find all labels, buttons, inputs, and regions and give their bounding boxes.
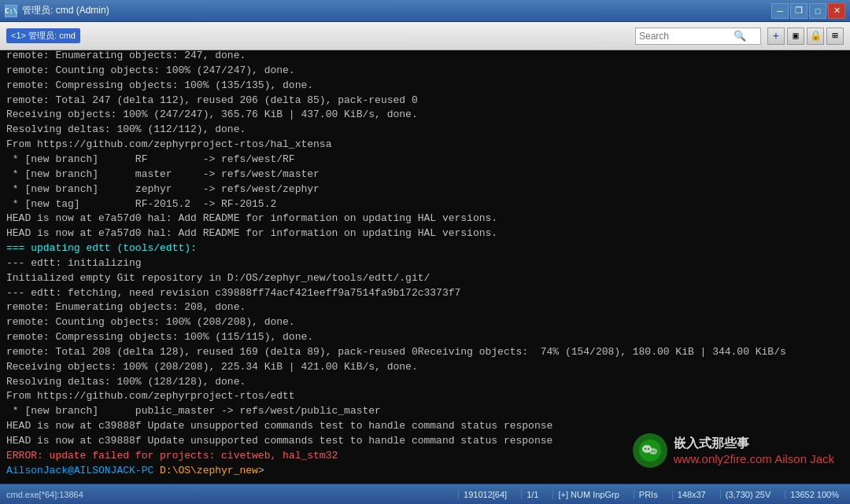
watermark: 嵌入式那些事 www.only2fire.com Ailson Jack bbox=[633, 433, 834, 468]
status-process: cmd.exe[*64]:13864 bbox=[6, 490, 83, 499]
terminal-line: remote: Enumerating objects: 247, done. bbox=[6, 50, 844, 64]
terminal-line: remote: Total 247 (delta 112), reused 20… bbox=[6, 94, 844, 109]
terminal-line: HEAD is now at e7a57d0 hal: Add README f… bbox=[6, 226, 844, 241]
layout-icon-button[interactable]: ▣ bbox=[787, 28, 804, 45]
terminal-line: --- edtt: fetching, need revision c39888… bbox=[6, 286, 844, 301]
terminal-line: * [new branch] public_master -> refs/wes… bbox=[6, 404, 844, 419]
terminal-line: remote: Total 208 (delta 128), reused 16… bbox=[6, 345, 844, 360]
terminal-line: HEAD is now at e7a57d0 hal: Add README f… bbox=[6, 212, 844, 226]
terminal-line: * [new tag] RF-2015.2 -> RF-2015.2 bbox=[6, 197, 844, 212]
status-mode: [+] NUM InpGrp bbox=[552, 490, 623, 499]
terminal-line: remote: Enumerating objects: 208, done. bbox=[6, 300, 844, 315]
search-box[interactable]: 🔍 bbox=[635, 28, 761, 45]
restore-button[interactable]: ❐ bbox=[790, 3, 808, 19]
window-container: C:\ 管理员: cmd (Admin) ─ ❐ □ ✕ <1> 管理员: cm… bbox=[0, 0, 850, 504]
watermark-site: www.only2fire.com Ailson Jack bbox=[674, 452, 834, 465]
toolbar: <1> 管理员: cmd 🔍 + ▣ 🔒 ⊞ bbox=[0, 22, 850, 50]
svg-point-5 bbox=[651, 451, 652, 452]
terminal-line: Resolving deltas: 100% (128/128), done. bbox=[6, 375, 844, 390]
status-bar: cmd.exe[*64]:13864 191012[64] 1/1 [+] NU… bbox=[0, 484, 850, 504]
terminal-line: remote: Counting objects: 100% (247/247)… bbox=[6, 64, 844, 79]
title-bar-left: C:\ 管理员: cmd (Admin) bbox=[5, 4, 109, 17]
terminal-line: Resolving deltas: 100% (112/112), done. bbox=[6, 123, 844, 138]
status-coords: (3,730) 25V bbox=[720, 490, 775, 499]
terminal-line: * [new branch] master -> refs/west/maste… bbox=[6, 167, 844, 182]
terminal-line: === updating edtt (tools/edtt): bbox=[6, 241, 844, 256]
title-bar-controls: ─ ❐ □ ✕ bbox=[771, 3, 845, 19]
terminal-output: HEAD is now at fec6970 Convert into a we… bbox=[0, 50, 850, 484]
terminal-line: --- edtt: initializing bbox=[6, 256, 844, 271]
minimize-button[interactable]: ─ bbox=[771, 3, 789, 19]
terminal-line: Receiving objects: 100% (247/247), 365.7… bbox=[6, 108, 844, 123]
terminal-line: remote: Compressing objects: 100% (135/1… bbox=[6, 79, 844, 94]
svg-point-4 bbox=[648, 448, 649, 450]
terminal-line: From https://github.com/zephyrproject-rt… bbox=[6, 138, 844, 153]
status-zoom: 13652 100% bbox=[785, 490, 844, 499]
status-pri: PRIs bbox=[634, 490, 663, 499]
svg-point-2 bbox=[649, 448, 657, 454]
lock-icon-button[interactable]: 🔒 bbox=[807, 28, 824, 45]
terminal-line: Receiving objects: 100% (208/208), 225.3… bbox=[6, 360, 844, 375]
close-button[interactable]: ✕ bbox=[828, 3, 845, 19]
search-button[interactable]: 🔍 bbox=[734, 30, 746, 42]
title-bar-text: 管理员: cmd (Admin) bbox=[22, 4, 109, 17]
terminal-line: * [new branch] zephyr -> refs/west/zephy… bbox=[6, 182, 844, 197]
add-icon-button[interactable]: + bbox=[767, 28, 785, 45]
svg-point-6 bbox=[653, 451, 655, 452]
grid-icon-button[interactable]: ⊞ bbox=[826, 28, 844, 45]
cmd-icon: C:\ bbox=[5, 5, 17, 17]
watermark-text: 嵌入式那些事 www.only2fire.com Ailson Jack bbox=[674, 436, 834, 465]
terminal-line: From https://github.com/zephyrproject-rt… bbox=[6, 389, 844, 404]
terminal-line: Initialized empty Git repository in D:/O… bbox=[6, 271, 844, 286]
maximize-button[interactable]: □ bbox=[809, 3, 826, 19]
toolbar-badge: <1> 管理员: cmd bbox=[6, 28, 80, 43]
terminal-line: remote: Compressing objects: 100% (115/1… bbox=[6, 330, 844, 345]
wechat-logo bbox=[633, 433, 667, 468]
terminal-line: remote: Counting objects: 100% (208/208)… bbox=[6, 315, 844, 330]
search-input[interactable] bbox=[639, 31, 734, 42]
terminal-line: * [new branch] RF -> refs/west/RF bbox=[6, 153, 844, 167]
status-position: 191012[64] bbox=[458, 490, 512, 499]
toolbar-icons: + ▣ 🔒 ⊞ bbox=[767, 28, 844, 45]
status-size: 148x37 bbox=[672, 490, 711, 499]
title-bar: C:\ 管理员: cmd (Admin) ─ ❐ □ ✕ bbox=[0, 0, 850, 22]
watermark-brand: 嵌入式那些事 bbox=[674, 436, 834, 452]
status-ratio: 1/1 bbox=[521, 490, 543, 499]
svg-point-3 bbox=[645, 448, 646, 450]
terminal-line: HEAD is now at c39888f Update unsupporte… bbox=[6, 419, 844, 434]
